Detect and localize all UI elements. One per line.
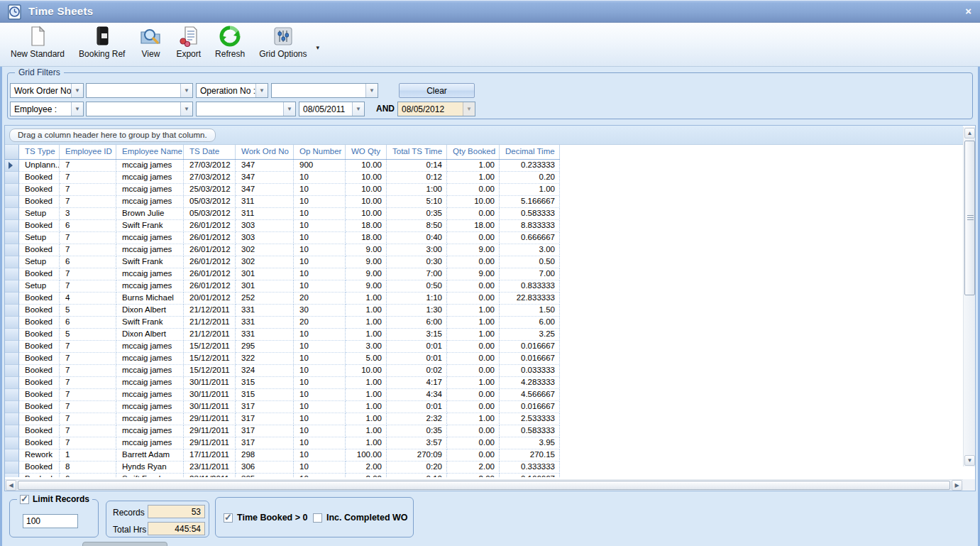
grid-cell[interactable]: 30/11/2011 [184,389,236,401]
column-header[interactable]: TS Date [184,145,236,159]
table-row[interactable]: Booked5Dixon Albert21/12/2011331301.001:… [5,305,560,317]
chevron-down-icon[interactable]: ▼ [71,84,83,97]
grid-cell[interactable]: 7.00 [500,268,560,280]
grid-cell[interactable]: Setup [19,256,60,268]
grid-cell[interactable]: 10 [294,353,346,365]
grid-cell[interactable]: 05/03/2012 [184,208,236,220]
row-selector[interactable] [5,413,19,425]
table-row[interactable]: Booked7mccaig james05/03/20123111010.005… [5,196,560,208]
grid-cell[interactable]: 10 [294,474,346,477]
grid-cell[interactable]: 10.00 [346,172,387,184]
grid-cell[interactable]: 1.00 [447,305,500,317]
grid-cell[interactable]: 1.00 [346,305,387,317]
grid-cell[interactable]: 7 [60,377,116,389]
grid-cell[interactable]: 17/11/2011 [184,449,236,462]
grid-cell[interactable]: 18.00 [346,232,387,244]
chevron-down-icon[interactable]: ▼ [255,84,268,97]
table-row[interactable]: Booked7mccaig james29/11/2011317101.003:… [5,437,560,449]
row-selector[interactable] [5,268,19,280]
chevron-down-icon[interactable]: ▼ [71,102,83,116]
grid-cell[interactable]: 0:02 [387,365,447,377]
grid-cell[interactable]: 311 [236,196,294,208]
grid-cell[interactable]: 21/12/2011 [184,317,236,329]
grid-cell[interactable]: Swift Frank [116,317,184,329]
grid-cell[interactable]: 21/12/2011 [184,305,236,317]
vertical-scrollbar-thumb[interactable] [964,141,975,295]
grid-cell[interactable]: 0.833333 [500,280,560,293]
grid-cell[interactable]: 0.50 [500,256,560,268]
grid-cell[interactable]: 1.00 [346,317,387,329]
horizontal-scrollbar[interactable]: ◀ ▶ [5,479,963,491]
grid-cell[interactable]: 7 [60,341,116,353]
grid-cell[interactable]: 23/11/2011 [184,474,236,477]
grid-cell[interactable]: Booked [19,474,60,477]
scroll-left-icon[interactable]: ◀ [6,480,16,491]
scroll-down-icon[interactable]: ▼ [964,455,975,466]
grid-cell[interactable]: Dixon Albert [116,329,184,341]
grid-cell[interactable]: 270.15 [500,449,560,462]
grid-cell[interactable]: 26/01/2012 [184,268,236,280]
grid-cell[interactable]: Brown Julie [116,208,184,220]
grid-cell[interactable]: 6 [60,317,116,329]
grid-cell[interactable]: Booked [19,389,60,401]
grid-cell[interactable]: 347 [236,172,294,184]
column-header[interactable]: Work Ord No [236,145,294,159]
inc-completed-wo-checkbox[interactable] [313,513,322,523]
row-selector[interactable] [5,389,19,401]
grid-cell[interactable]: 26/01/2012 [184,244,236,256]
grid-cell[interactable]: mccaig james [116,341,184,353]
grid-cell[interactable]: 2.533333 [500,413,560,425]
table-row[interactable]: Booked6Swift Frank21/12/2011331201.006:0… [5,317,560,329]
export-button[interactable]: Export [170,23,207,59]
grid-cell[interactable]: 10.00 [346,196,387,208]
table-row[interactable]: Booked7mccaig james25/03/20123471010.001… [5,184,560,196]
row-selector[interactable] [5,329,19,341]
grid-cell[interactable]: 3 [60,208,116,220]
view-button[interactable]: View [133,23,168,59]
grid-cell[interactable]: 295 [236,341,294,353]
row-selector[interactable] [5,184,19,196]
grid-cell[interactable]: 331 [236,329,294,341]
grid-cell[interactable]: 10 [294,377,346,389]
grid-cell[interactable]: 0.333333 [500,462,560,474]
grid-cell[interactable]: 0.016667 [500,401,560,413]
grid-cell[interactable]: 301 [236,280,294,293]
grid-cell[interactable]: mccaig james [116,232,184,244]
table-row[interactable]: Booked5Dixon Albert21/12/2011331101.003:… [5,329,560,341]
grid-cell[interactable]: 15/12/2011 [184,353,236,365]
row-selector[interactable] [5,449,19,462]
table-row[interactable]: Booked8Hynds Ryan23/11/2011306102.000:20… [5,462,560,474]
grid-cell[interactable]: 10 [294,437,346,449]
grid-cell[interactable]: 22.833333 [500,293,560,305]
grid-cell[interactable]: 18.00 [447,220,500,232]
grid-cell[interactable]: 6 [60,256,116,268]
grid-cell[interactable]: 1.00 [447,160,500,172]
grid-cell[interactable]: Setup [19,280,60,293]
grid-cell[interactable]: 2.00 [447,462,500,474]
table-row[interactable]: Setup7mccaig james26/01/20123031018.000:… [5,232,560,244]
grid-cell[interactable]: Setup [19,232,60,244]
clear-filters-button[interactable]: Clear [399,83,475,98]
grid-options-button[interactable]: Grid Options [253,23,313,59]
grid-cell[interactable]: mccaig james [116,413,184,425]
grid-cell[interactable]: 10.00 [346,184,387,196]
grid-cell[interactable]: 0.583333 [500,425,560,437]
grid-cell[interactable]: 2.00 [447,474,500,477]
grid-cell[interactable]: 0.166667 [500,474,560,477]
grid-cell[interactable]: Swift Frank [116,256,184,268]
table-row[interactable]: Setup3Brown Julie05/03/20123111010.000:3… [5,208,560,220]
grid-cell[interactable]: 4:17 [387,377,447,389]
row-selector[interactable] [5,377,19,389]
chevron-down-icon[interactable]: ▼ [352,102,364,116]
grid-cell[interactable]: 7 [60,196,116,208]
table-row[interactable]: Booked7mccaig james15/12/20113241010.000… [5,365,560,377]
grid-cell[interactable]: 347 [236,184,294,196]
grid-cell[interactable]: 0.00 [447,449,500,462]
grid-cell[interactable]: 0.00 [447,280,500,293]
grid-cell[interactable]: 30/11/2011 [184,401,236,413]
grid-cell[interactable]: 4:34 [387,389,447,401]
row-selector[interactable] [5,353,19,365]
grid-cell[interactable]: 3.25 [500,329,560,341]
grid-cell[interactable]: 317 [236,425,294,437]
grid-cell[interactable]: 1.00 [500,184,560,196]
